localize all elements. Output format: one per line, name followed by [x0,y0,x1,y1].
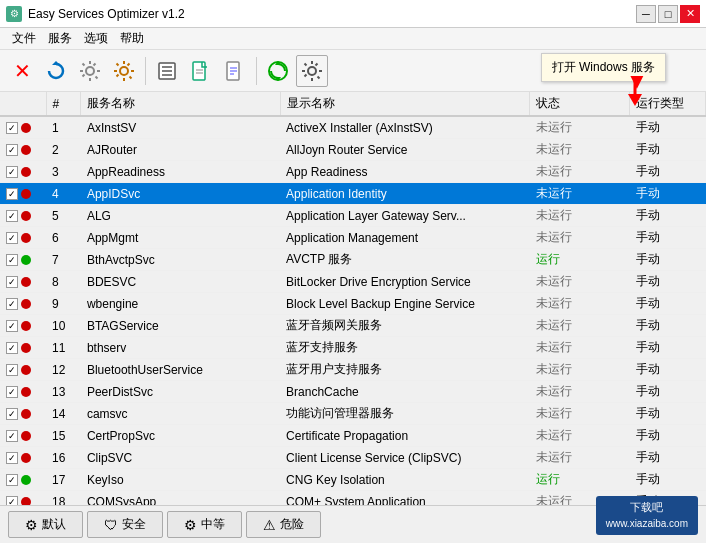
checkbox[interactable] [6,298,18,310]
chart-button[interactable] [219,55,251,87]
checkbox[interactable] [6,364,18,376]
menu-bar: 文件 服务 选项 帮助 [0,28,706,50]
row-checkbox[interactable] [0,139,46,161]
row-service-name: PeerDistSvc [81,381,280,403]
title-bar: ⚙ Easy Services Optimizer v1.2 ─ □ ✕ [0,0,706,28]
windows-services-button[interactable] [296,55,328,87]
checkbox[interactable] [6,254,18,266]
checkbox[interactable] [6,144,18,156]
checkbox[interactable] [6,452,18,464]
medium-button[interactable]: ⚙ 中等 [167,511,242,538]
refresh-button[interactable] [40,55,72,87]
row-service-name: COMSysApp [81,491,280,506]
table-row[interactable]: 15 CertPropSvc Certificate Propagation 未… [0,425,706,447]
table-row[interactable]: 8 BDESVC BitLocker Drive Encryption Serv… [0,271,706,293]
services-table-container[interactable]: # 服务名称 显示名称 状态 运行类型 1 AxInstSV ActiveX I… [0,92,706,505]
checkbox[interactable] [6,232,18,244]
settings-button-1[interactable] [74,55,106,87]
checkbox[interactable] [6,122,18,134]
col-header-status: 状态 [530,92,630,116]
table-row[interactable]: 17 KeyIso CNG Key Isolation 运行 手动 [0,469,706,491]
table-row[interactable]: 1 AxInstSV ActiveX Installer (AxInstSV) … [0,116,706,139]
row-checkbox[interactable] [0,425,46,447]
row-type: 手动 [630,425,706,447]
row-service-name: AJRouter [81,139,280,161]
row-num: 15 [46,425,81,447]
row-display-name: Application Management [280,227,530,249]
row-status: 未运行 [530,139,630,161]
table-row[interactable]: 4 AppIDSvc Application Identity 未运行 手动 [0,183,706,205]
row-checkbox[interactable] [0,381,46,403]
checkbox[interactable] [6,496,18,506]
table-row[interactable]: 6 AppMgmt Application Management 未运行 手动 [0,227,706,249]
minimize-button[interactable]: ─ [636,5,656,23]
row-checkbox[interactable] [0,183,46,205]
table-row[interactable]: 13 PeerDistSvc BranchCache 未运行 手动 [0,381,706,403]
row-status: 未运行 [530,227,630,249]
table-row[interactable]: 7 BthAvctpSvc AVCTP 服务 运行 手动 [0,249,706,271]
row-checkbox[interactable] [0,205,46,227]
row-checkbox[interactable] [0,403,46,425]
row-display-name: 蓝牙音频网关服务 [280,315,530,337]
danger-button[interactable]: ⚠ 危险 [246,511,321,538]
row-checkbox[interactable] [0,447,46,469]
row-num: 17 [46,469,81,491]
table-row[interactable]: 14 camsvc 功能访问管理器服务 未运行 手动 [0,403,706,425]
sync-button[interactable] [262,55,294,87]
row-status: 未运行 [530,359,630,381]
checkbox[interactable] [6,430,18,442]
checkbox[interactable] [6,276,18,288]
checkbox[interactable] [6,386,18,398]
safe-button[interactable]: 🛡 安全 [87,511,163,538]
row-status: 未运行 [530,381,630,403]
row-type: 手动 [630,227,706,249]
table-row[interactable]: 3 AppReadiness App Readiness 未运行 手动 [0,161,706,183]
row-checkbox[interactable] [0,337,46,359]
status-dot [21,211,31,221]
default-button[interactable]: ⚙ 默认 [8,511,83,538]
settings-button-2[interactable] [108,55,140,87]
table-row[interactable]: 10 BTAGService 蓝牙音频网关服务 未运行 手动 [0,315,706,337]
list-button[interactable] [151,55,183,87]
doc-button[interactable] [185,55,217,87]
menu-service[interactable]: 服务 [42,28,78,49]
row-checkbox[interactable] [0,116,46,139]
stop-button[interactable]: ✕ [6,55,38,87]
row-checkbox[interactable] [0,249,46,271]
row-checkbox[interactable] [0,315,46,337]
row-display-name: Application Identity [280,183,530,205]
table-row[interactable]: 12 BluetoothUserService 蓝牙用户支持服务 未运行 手动 [0,359,706,381]
row-checkbox[interactable] [0,491,46,506]
checkbox[interactable] [6,342,18,354]
row-checkbox[interactable] [0,359,46,381]
table-row[interactable]: 2 AJRouter AllJoyn Router Service 未运行 手动 [0,139,706,161]
row-checkbox[interactable] [0,161,46,183]
status-dot [21,365,31,375]
menu-options[interactable]: 选项 [78,28,114,49]
checkbox[interactable] [6,210,18,222]
toolbar: ✕ 打开 Windows 服务 ▲ [0,50,706,92]
row-checkbox[interactable] [0,469,46,491]
row-type: 手动 [630,139,706,161]
checkbox[interactable] [6,408,18,420]
row-checkbox[interactable] [0,293,46,315]
menu-file[interactable]: 文件 [6,28,42,49]
row-display-name: 蓝牙用户支持服务 [280,359,530,381]
menu-help[interactable]: 帮助 [114,28,150,49]
status-dot [21,189,31,199]
status-dot [21,233,31,243]
table-row[interactable]: 9 wbengine Block Level Backup Engine Ser… [0,293,706,315]
table-row[interactable]: 5 ALG Application Layer Gateway Serv... … [0,205,706,227]
checkbox[interactable] [6,166,18,178]
table-row[interactable]: 16 ClipSVC Client License Service (ClipS… [0,447,706,469]
checkbox[interactable] [6,474,18,486]
close-button[interactable]: ✕ [680,5,700,23]
status-dot [21,299,31,309]
row-checkbox[interactable] [0,227,46,249]
row-num: 11 [46,337,81,359]
checkbox[interactable] [6,320,18,332]
checkbox[interactable] [6,188,18,200]
table-row[interactable]: 11 bthserv 蓝牙支持服务 未运行 手动 [0,337,706,359]
row-checkbox[interactable] [0,271,46,293]
maximize-button[interactable]: □ [658,5,678,23]
